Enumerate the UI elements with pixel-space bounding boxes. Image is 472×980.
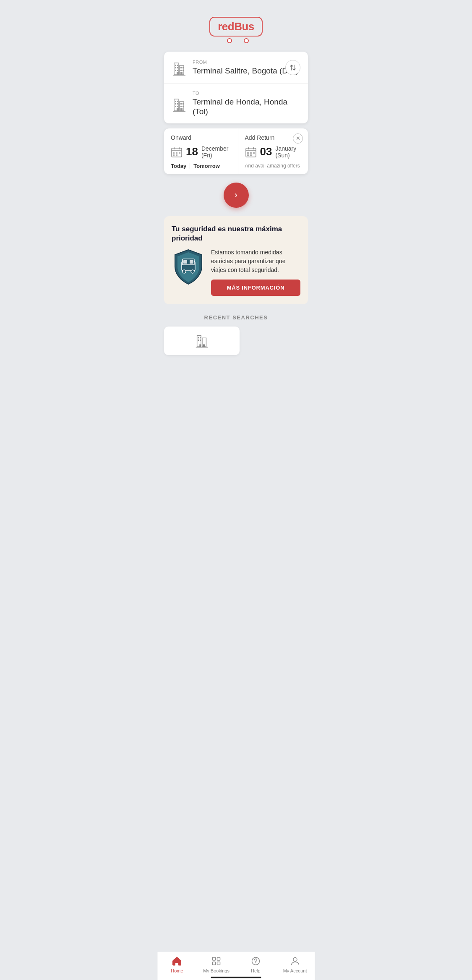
return-date-row: 03 January (Sun) [245, 145, 301, 159]
from-info: FROM Terminal Salitre, Bogota (D.C) [193, 60, 300, 76]
search-button[interactable]: › [224, 183, 249, 208]
from-city: Terminal Salitre, Bogota (D.C) [193, 66, 300, 76]
recent-searches-title: RECENT SEARCHES [164, 314, 308, 321]
quick-dates: Today Tomorrow [171, 163, 231, 169]
svg-rect-22 [177, 106, 178, 107]
svg-rect-41 [247, 152, 249, 154]
svg-rect-40 [253, 147, 254, 149]
svg-rect-23 [180, 103, 182, 105]
svg-rect-34 [176, 152, 177, 154]
svg-rect-42 [250, 152, 252, 154]
header: redBus [157, 0, 315, 52]
to-info: TO Terminal de Honda, Honda (Tol) [193, 91, 300, 117]
logo-wheel-right [244, 38, 249, 43]
svg-rect-18 [177, 101, 178, 102]
svg-rect-61 [196, 347, 208, 348]
safety-right: Estamos tomando medidas estrictas para g… [211, 248, 300, 296]
svg-rect-7 [177, 70, 178, 71]
svg-point-49 [191, 270, 194, 273]
swap-icon [289, 64, 296, 71]
svg-rect-27 [177, 108, 179, 111]
svg-rect-45 [250, 154, 252, 156]
svg-rect-55 [198, 337, 199, 338]
to-city: Terminal de Honda, Honda (Tol) [193, 97, 300, 117]
svg-rect-39 [248, 147, 249, 149]
recent-search-card[interactable] [164, 327, 240, 355]
svg-rect-10 [180, 70, 182, 71]
return-close-button[interactable]: ✕ [293, 133, 303, 144]
to-building-icon [172, 94, 187, 113]
to-label: TO [193, 91, 300, 96]
to-row[interactable]: TO Terminal de Honda, Honda (Tol) [164, 84, 308, 123]
onward-label: Onward [171, 134, 231, 141]
svg-rect-21 [175, 106, 176, 107]
svg-rect-57 [198, 340, 199, 341]
svg-rect-37 [176, 154, 177, 156]
safety-banner: Tu seguridad es nuestra máxima prioridad [164, 216, 308, 304]
safety-shield-icon [172, 248, 205, 286]
svg-rect-44 [247, 154, 249, 156]
recent-searches: RECENT SEARCHES [164, 314, 308, 355]
svg-rect-58 [200, 340, 201, 341]
logo-wheel-left [227, 38, 232, 43]
svg-rect-31 [174, 147, 175, 149]
svg-rect-50 [183, 260, 187, 264]
svg-rect-56 [200, 337, 201, 338]
onward-calendar-icon [171, 146, 183, 158]
return-offer-text: And avail amazing offers [245, 163, 301, 169]
svg-rect-43 [253, 152, 255, 154]
from-row[interactable]: FROM Terminal Salitre, Bogota (D.C) [164, 52, 308, 84]
svg-rect-28 [180, 108, 183, 111]
return-day-number: 03 [260, 145, 272, 158]
date-card: Onward 18 December ( [164, 128, 308, 174]
onward-section[interactable]: Onward 18 December ( [164, 128, 238, 174]
recent-card-icon [194, 332, 209, 349]
svg-rect-36 [173, 154, 175, 156]
search-btn-container: › [157, 183, 315, 208]
svg-rect-3 [177, 65, 178, 66]
svg-rect-8 [180, 67, 182, 68]
from-label: FROM [193, 60, 300, 65]
svg-rect-59 [199, 344, 201, 347]
onward-day-text: December (Fri) [201, 145, 231, 159]
swap-button[interactable] [285, 60, 300, 75]
from-building-icon [172, 58, 187, 77]
return-day-text: January (Sun) [275, 145, 301, 159]
svg-rect-14 [173, 75, 185, 76]
today-button[interactable]: Today [171, 163, 190, 169]
svg-rect-17 [175, 101, 176, 102]
svg-rect-26 [183, 106, 184, 107]
onward-date-row: 18 December (Fri) [171, 145, 231, 159]
safety-body: Estamos tomando medidas estrictas para g… [172, 248, 300, 296]
svg-rect-60 [203, 344, 205, 347]
onward-day-number: 18 [186, 145, 198, 158]
return-section[interactable]: Add Return ✕ 03 [238, 128, 308, 174]
svg-rect-4 [175, 67, 176, 68]
logo: redBus [209, 17, 263, 43]
svg-rect-5 [177, 67, 178, 68]
svg-rect-35 [179, 152, 180, 154]
route-search-card: FROM Terminal Salitre, Bogota (D.C) [164, 52, 308, 123]
divider [190, 163, 190, 169]
svg-rect-24 [183, 103, 184, 105]
svg-rect-51 [190, 260, 193, 264]
return-calendar-icon [245, 146, 257, 158]
svg-rect-13 [180, 72, 183, 75]
svg-rect-19 [175, 103, 176, 105]
search-arrow-icon: › [235, 190, 237, 201]
svg-rect-6 [175, 70, 176, 71]
svg-rect-11 [183, 70, 184, 71]
svg-rect-33 [173, 152, 175, 154]
logo-box: redBus [209, 17, 263, 37]
svg-rect-9 [183, 67, 184, 68]
svg-point-48 [183, 270, 186, 273]
svg-rect-32 [179, 147, 180, 149]
svg-rect-2 [175, 65, 176, 66]
svg-rect-20 [177, 103, 178, 105]
svg-rect-25 [180, 106, 182, 107]
logo-text: redBus [218, 20, 254, 33]
svg-rect-29 [173, 111, 185, 112]
logo-wheels [227, 38, 249, 43]
mas-info-button[interactable]: MÁS INFORMACIÓN [211, 280, 300, 296]
tomorrow-button[interactable]: Tomorrow [193, 163, 223, 169]
